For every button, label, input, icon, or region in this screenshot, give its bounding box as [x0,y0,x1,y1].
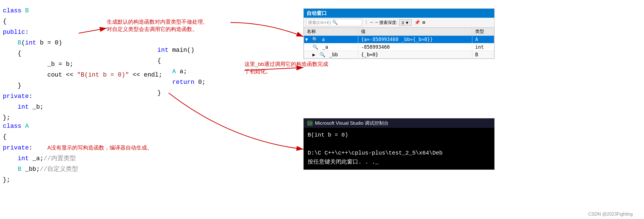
auto-window: 自动窗口 搜索(Ctrl+E) 🔍 | ← → 搜索深度: 3 ▼ 📌 ⊞ 名称… [303,8,495,59]
watch-icon: 🔍 [319,52,325,57]
auto-window-toolbar: 搜索(Ctrl+E) 🔍 | ← → 搜索深度: 3 ▼ 📌 ⊞ [304,18,494,28]
code-line: class B [3,6,228,16]
search-placeholder-text: 搜索(Ctrl+E) [308,20,331,25]
cell-name: ▶ 🔍 _bb [304,51,358,59]
arrow-annotation1-to-table [230,23,303,37]
console-line: D:\C C++\c++\cplus-plus\test_2_5\x64\Deb [308,149,490,158]
code-area-right: int main() { A a; return 0; } [157,45,206,99]
toolbar-separator: | [365,20,368,25]
watch-icon: 🔍 [312,44,318,50]
csdn-watermark: CSDN @2023Fighting [588,212,633,217]
annotation-line1: 生成默认的构造函数对内置类型不做处理, [107,18,204,26]
console-line: 按任意键关闭此窗口. . ._ [308,158,490,167]
code-line: int _b; [3,102,228,113]
pin-icon[interactable]: 📌 [414,20,420,25]
code-line: int _a;//内置类型 [3,153,138,164]
console-body: B(int b = 0) D:\C C++\c++\cplus-plus\tes… [304,128,494,169]
search-depth-select[interactable]: 3 ▼ [399,19,412,26]
cell-name: 🔍 _a [304,43,358,51]
code-line: B _bb;//自定义类型 [3,164,138,175]
forward-icon[interactable]: → [375,20,378,25]
code-line: private: A没有显示的写构造函数，编译器自动生成。 [3,142,138,153]
col-type: 类型 [472,28,494,36]
code-line: return 0; [157,77,206,88]
console-window: C# Microsoft Visual Studio 调试控制台 B(int b… [303,118,495,170]
cell-type: B [472,51,494,59]
code-line: } [157,88,206,99]
search-box[interactable]: 搜索(Ctrl+E) 🔍 [306,19,362,26]
cell-type: int [472,43,494,51]
code-line: { [157,56,206,66]
grid-icon[interactable]: ⊞ [422,20,425,25]
annotation-bb: 这里_bb通过调用它的构造函数完成 了初始化。 [244,61,328,75]
table-row[interactable]: ▶ 🔍 _bb {_b=0} B [304,51,494,59]
cell-value: -858993460 [358,43,472,51]
col-value: 值 [358,28,472,36]
annotation-line1: 这里_bb通过调用它的构造函数完成 [244,61,328,68]
code-line: int main() [157,45,206,56]
code-line: { [3,132,138,142]
code-area-bottom: class A { private: A没有显示的写构造函数，编译器自动生成。 … [0,121,140,186]
console-icon: C# [307,120,313,126]
annotation-line2: 了初始化。 [244,68,328,75]
console-title-text: Microsoft Visual Studio 调试控制台 [315,120,389,126]
console-line: B(int b = 0) [308,131,490,140]
code-line: }; [3,175,138,186]
search-icon: 🔍 [332,20,338,25]
console-title: C# Microsoft Visual Studio 调试控制台 [304,119,494,128]
code-line: A a; [157,66,206,77]
table-row[interactable]: 🔍 _a -858993460 int [304,43,494,51]
cell-value: {_b=0} [358,51,472,59]
annotation-line2: 对自定义类型会去调用它的构造函数。 [107,26,204,33]
cell-type: A [472,36,494,43]
watch-icon: 🔍 [312,37,318,42]
annotation-constructor: 生成默认的构造函数对内置类型不做处理, 对自定义类型会去调用它的构造函数。 [107,18,204,33]
cell-value: {a=-858993460 _bb={_b=0}} [358,36,472,43]
auto-table: 名称 值 类型 ▼ 🔍 a {a=-858993460 _bb={_b=0}} … [304,28,494,59]
back-icon[interactable]: ← [371,20,373,25]
console-line [308,140,490,149]
expand-icon[interactable]: ▼ [305,37,308,42]
table-row[interactable]: ▼ 🔍 a {a=-858993460 _bb={_b=0}} A [304,36,494,43]
cell-name: ▼ 🔍 a [304,36,358,43]
search-depth-label: 搜索深度: [379,20,397,25]
expand-icon[interactable]: ▶ [312,52,315,57]
code-line: class A [3,121,138,132]
auto-window-title: 自动窗口 [304,9,494,18]
col-name: 名称 [304,28,358,36]
